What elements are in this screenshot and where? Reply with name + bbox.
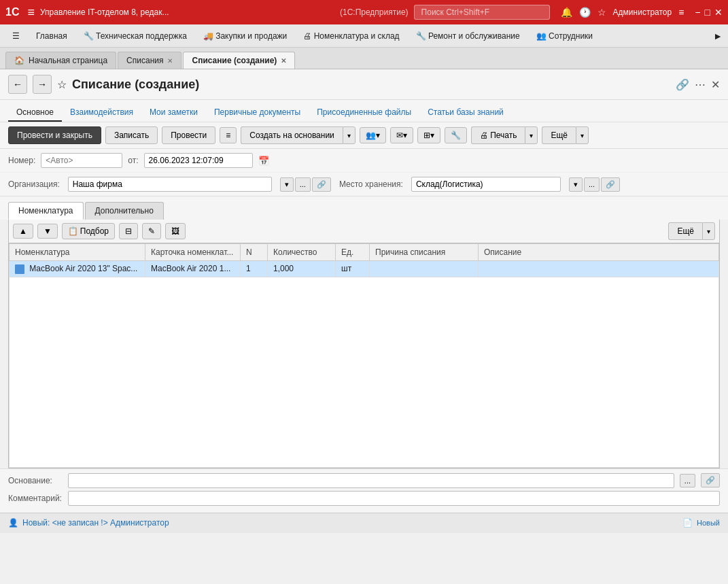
- username-label: Администратор: [613, 7, 672, 17]
- add-button[interactable]: 📋 Подбор: [62, 223, 115, 239]
- table-row[interactable]: MacBook Air 2020 13" Spac... MacBook Air…: [10, 261, 719, 277]
- add-icon: 📋: [68, 226, 78, 236]
- doc-tabs: Основное Взаимодействия Мои заметки Перв…: [0, 100, 728, 122]
- close-button[interactable]: ✕: [714, 7, 723, 18]
- bell-icon[interactable]: 🔔: [561, 7, 572, 18]
- storage-link-button[interactable]: 🔗: [601, 177, 620, 192]
- comment-input[interactable]: [68, 491, 720, 506]
- doc-tab-attached-files[interactable]: Присоединенные файлы: [309, 104, 419, 122]
- menu-home[interactable]: Главная: [29, 28, 74, 44]
- back-button[interactable]: ←: [8, 75, 27, 94]
- inner-tab-additional[interactable]: Дополнительно: [85, 202, 164, 220]
- org-more-button[interactable]: ...: [295, 177, 311, 192]
- org-select-button[interactable]: ▾: [280, 177, 294, 192]
- doc-tab-primary-docs[interactable]: Первичные документы: [206, 104, 309, 122]
- inner-tab-nomenclature[interactable]: Номенклатура: [8, 202, 84, 220]
- search-input[interactable]: [414, 5, 550, 20]
- print-button[interactable]: 🖨 Печать: [471, 126, 525, 144]
- number-row: Номер: от: 📅: [0, 149, 728, 173]
- row-down-button[interactable]: ▼: [37, 224, 58, 239]
- tab-close-create[interactable]: ✕: [281, 57, 286, 65]
- titlebar: 1С ≡ Управление IT-отделом 8, редак... (…: [0, 0, 728, 24]
- doc-close-icon[interactable]: ✕: [711, 78, 720, 91]
- minimize-button[interactable]: −: [695, 7, 700, 18]
- list-view-button[interactable]: ≡: [220, 127, 237, 143]
- table-button[interactable]: ⊞▾: [417, 127, 440, 143]
- date-input[interactable]: [144, 153, 253, 168]
- table-more-arrow[interactable]: ▾: [702, 222, 715, 240]
- menu-hamburger[interactable]: ☰: [5, 28, 27, 44]
- maximize-button[interactable]: □: [705, 7, 710, 18]
- doc-more-icon[interactable]: ⋯: [695, 78, 706, 91]
- user-link[interactable]: Новый: <не записан !> Администратор: [22, 518, 169, 528]
- menu-purchases[interactable]: 🚚 Закупки и продажи: [196, 28, 294, 44]
- col-nomenclature: Номенклатура: [10, 244, 145, 261]
- basis-input[interactable]: [68, 473, 674, 488]
- cell-description: [479, 261, 719, 277]
- storage-select-button[interactable]: ▾: [569, 177, 583, 192]
- org-input[interactable]: [68, 177, 272, 192]
- image-button[interactable]: 🖼: [165, 223, 186, 239]
- number-input[interactable]: [41, 153, 122, 168]
- table-more-dropdown: Ещё ▾: [668, 222, 715, 240]
- bookmark-icon[interactable]: ☆: [57, 78, 67, 91]
- basis-more-button[interactable]: ...: [680, 474, 695, 487]
- doc-title: Списание (создание): [72, 78, 670, 92]
- tab-close-write-offs[interactable]: ✕: [167, 57, 173, 65]
- table-more-button[interactable]: Ещё: [668, 222, 702, 240]
- org-link-button[interactable]: 🔗: [312, 177, 331, 192]
- doc-status-icon: 📄: [682, 518, 693, 528]
- menu-employees[interactable]: 👥 Сотрудники: [530, 28, 600, 44]
- envelope-button[interactable]: ✉▾: [390, 127, 413, 143]
- tools-button[interactable]: 🔧: [445, 127, 467, 143]
- menu-nomenclature[interactable]: 🖨 Номенклатура и склад: [296, 28, 406, 44]
- tab-home[interactable]: 🏠 Начальная страница: [5, 52, 116, 69]
- post-close-button[interactable]: Провести и закрыть: [8, 126, 101, 144]
- titlebar-icons: 🔔 🕐 ☆ Администратор ≡: [561, 7, 684, 18]
- more-button[interactable]: Ещё: [542, 126, 576, 144]
- basis-link-button[interactable]: 🔗: [701, 473, 720, 487]
- row-up-button[interactable]: ▲: [13, 224, 33, 239]
- calendar-icon[interactable]: 📅: [258, 156, 269, 166]
- tab-write-offs[interactable]: Списания ✕: [118, 52, 181, 69]
- clock-icon[interactable]: 🕐: [579, 7, 591, 18]
- create-base-arrow[interactable]: ▾: [343, 126, 356, 144]
- window-controls: − □ ✕: [695, 7, 723, 18]
- storage-input[interactable]: [411, 177, 561, 192]
- menu-support[interactable]: 🔧 Техническая поддержка: [77, 28, 194, 44]
- doc-link-icon[interactable]: 🔗: [676, 78, 689, 91]
- storage-more-button[interactable]: ...: [584, 177, 600, 192]
- create-base-button[interactable]: Создать на основании: [241, 126, 343, 144]
- doc-tab-main[interactable]: Основное: [8, 104, 62, 122]
- col-quantity: Количество: [268, 244, 336, 261]
- storage-label: Место хранения:: [339, 179, 403, 189]
- doc-tab-notes[interactable]: Мои заметки: [141, 104, 206, 122]
- print-arrow[interactable]: ▾: [525, 126, 538, 144]
- org-label: Организация:: [8, 179, 60, 189]
- doc-tab-knowledge-base[interactable]: Статьи базы знаний: [419, 104, 512, 122]
- forward-button[interactable]: →: [33, 75, 52, 94]
- barcode-button[interactable]: ⊟: [119, 223, 138, 239]
- titlebar-menu-icon[interactable]: ≡: [27, 5, 35, 20]
- statusbar-user: 👤 Новый: <не записан !> Администратор: [8, 518, 169, 528]
- date-label: от:: [128, 156, 138, 165]
- users-button[interactable]: 👥▾: [360, 127, 386, 143]
- cell-unit: шт: [336, 261, 370, 277]
- post-button[interactable]: Провести: [162, 126, 215, 144]
- nomenclature-icon: [15, 264, 24, 274]
- edit-button[interactable]: ✎: [142, 223, 161, 239]
- tab-write-off-create[interactable]: Списание (создание) ✕: [183, 52, 295, 69]
- home-icon: 🏠: [14, 56, 24, 65]
- cell-n: 1: [241, 261, 268, 277]
- settings-icon[interactable]: ≡: [678, 7, 684, 18]
- menu-more[interactable]: ►: [713, 31, 723, 41]
- doc-tab-interactions[interactable]: Взаимодействия: [62, 104, 141, 122]
- titlebar-platform: (1С:Предприятие): [340, 7, 409, 17]
- comment-label: Комментарий:: [8, 494, 63, 503]
- star-icon[interactable]: ☆: [597, 7, 606, 18]
- tabbar: 🏠 Начальная страница Списания ✕ Списание…: [0, 48, 728, 69]
- more-arrow[interactable]: ▾: [576, 126, 589, 144]
- save-button[interactable]: Записать: [105, 126, 158, 144]
- statusbar-status: 📄 Новый: [682, 518, 720, 528]
- menu-repair[interactable]: 🔧 Ремонт и обслуживание: [409, 28, 527, 44]
